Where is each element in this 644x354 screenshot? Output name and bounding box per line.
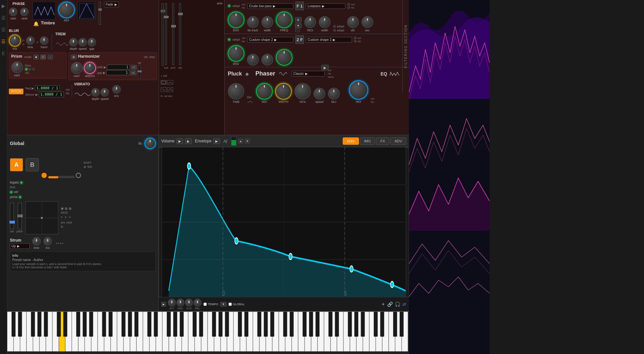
prism-plus-btn[interactable]: + xyxy=(40,55,45,59)
filter2-adapt-led[interactable] xyxy=(228,38,230,41)
strum-time-knob[interactable] xyxy=(32,237,41,246)
wave-shape-1[interactable] xyxy=(161,80,167,85)
harm-grid-btn[interactable]: ⊞ xyxy=(71,55,77,59)
part-b-btn[interactable]: B xyxy=(26,158,39,171)
classic-dropdown[interactable]: Classic ▶ xyxy=(292,71,325,76)
fader-2[interactable] xyxy=(172,3,174,65)
phaser-speed-knob[interactable] xyxy=(313,88,325,100)
fader-3[interactable] xyxy=(179,3,181,65)
phase-rand-knob[interactable] xyxy=(20,8,29,16)
wave-shape-2[interactable] xyxy=(167,80,173,85)
strum-tns-knob[interactable] xyxy=(43,237,52,246)
vol-fader[interactable] xyxy=(162,3,164,66)
harm-amt-knob[interactable] xyxy=(71,62,83,74)
filter1-freq-knob[interactable] xyxy=(276,12,292,28)
vel-led[interactable] xyxy=(10,191,13,193)
env-scrollbar-left[interactable] xyxy=(159,147,162,297)
global-checkbox[interactable] xyxy=(228,303,232,306)
adv-tab[interactable]: ADV xyxy=(390,137,406,145)
crude-low-pass-dropdown[interactable]: Crude low pass ▶ xyxy=(247,3,293,9)
custom-shape-2-dropdown-1[interactable]: Custom shape 2 ▶ xyxy=(247,37,293,43)
pluck-time-knob[interactable] xyxy=(228,83,244,100)
env-icon-1[interactable]: ✦ xyxy=(381,302,385,307)
side-icon-1[interactable]: ☰ xyxy=(1,15,6,20)
blur-time-knob[interactable] xyxy=(26,36,35,45)
vibrato-depth-knob[interactable] xyxy=(91,88,100,97)
global-vol-fader[interactable] xyxy=(10,203,14,229)
env-canvas[interactable]: D S xyxy=(159,147,409,297)
filter-arrow-down[interactable]: ▼ xyxy=(295,23,302,28)
mod-btn-2[interactable] xyxy=(65,207,67,210)
pitch-btn[interactable]: PITCH xyxy=(9,89,23,94)
lowpass-dropdown[interactable]: Lowpass ▶ xyxy=(306,3,345,9)
vibrato-env-knob[interactable] xyxy=(112,85,121,94)
filter2-width-knob[interactable] xyxy=(261,54,273,66)
filter1-env-knob[interactable] xyxy=(228,12,244,28)
piano-svg[interactable] xyxy=(7,312,409,354)
f2-hz-led[interactable] xyxy=(354,40,357,43)
prism-led1[interactable] xyxy=(25,68,28,71)
env-icon-4[interactable]: ⇄ xyxy=(402,302,406,307)
part-slider-track[interactable] xyxy=(48,176,74,178)
blur-mix-knob[interactable] xyxy=(9,35,21,46)
wave-shape-4[interactable] xyxy=(167,87,173,92)
side-icon-2[interactable]: ☰ xyxy=(1,27,6,32)
mix-knob[interactable] xyxy=(58,2,75,18)
wave-shape-3[interactable] xyxy=(161,87,167,92)
harm-str-fader[interactable] xyxy=(138,65,141,78)
custom-shape-2-dropdown-2[interactable]: Custom shape 2 ▶ xyxy=(306,37,352,43)
trem-speed-knob[interactable] xyxy=(78,38,87,46)
prism-led2[interactable] xyxy=(29,68,31,71)
f2-oct-led[interactable] xyxy=(354,37,357,39)
img-tab[interactable]: IMG xyxy=(360,137,375,145)
filter2-kb-knob[interactable] xyxy=(247,54,259,66)
env-icon-2[interactable]: 🔗 xyxy=(387,302,393,307)
mod-btn-3[interactable] xyxy=(69,207,71,210)
filter1-adapt-led[interactable] xyxy=(228,5,230,7)
fader-1[interactable] xyxy=(165,3,167,65)
prism-minus-btn[interactable]: − xyxy=(48,55,53,59)
side-icon-4[interactable]: E xyxy=(2,51,5,56)
filter-arrow-up[interactable]: ▲ xyxy=(295,17,302,22)
phaser-mix-knob[interactable] xyxy=(256,83,273,100)
side-icon-top[interactable]: ▶ xyxy=(2,3,5,9)
env-play-btn[interactable]: ▶ xyxy=(161,302,166,307)
rel-knob[interactable] xyxy=(194,299,201,307)
mod-btn[interactable]: ● xyxy=(61,207,64,210)
fx-tab[interactable]: FX xyxy=(376,137,389,145)
volume-arrow-btn[interactable]: ▶ xyxy=(176,138,183,144)
xy-pad[interactable] xyxy=(25,201,58,234)
global-pitch-fader[interactable] xyxy=(18,203,22,229)
env-down-btn[interactable]: ▼ xyxy=(245,139,250,143)
strum-up-dropdown[interactable]: Up ▶ xyxy=(10,243,30,249)
phaser-width-knob[interactable] xyxy=(275,83,292,100)
dec-knob[interactable] xyxy=(176,299,184,307)
filter1-osc-knob[interactable] xyxy=(362,16,373,28)
env-tab[interactable]: ENV xyxy=(343,137,359,145)
env-options-btn[interactable]: ▼ xyxy=(220,302,227,307)
env-up-btn[interactable]: ▲ xyxy=(238,139,243,143)
lfo-knob[interactable] xyxy=(145,138,156,149)
phaser-kbt-knob[interactable] xyxy=(328,88,340,100)
env-scrollbar-right[interactable] xyxy=(406,147,409,297)
trem-depth-knob[interactable] xyxy=(69,38,78,46)
volume-arrow-btn-2[interactable]: ▶ xyxy=(185,138,192,144)
adapt-led-1[interactable] xyxy=(333,25,336,28)
adapt-led-2[interactable] xyxy=(333,29,336,32)
prism-mode-btn[interactable]: ■ xyxy=(34,55,39,59)
eq-mix-knob[interactable] xyxy=(349,80,368,100)
lowpass-hz-led[interactable] xyxy=(347,6,350,9)
side-icon-3[interactable]: ☰ xyxy=(1,39,6,44)
lowpass-oct-led[interactable] xyxy=(347,3,350,6)
env-icon-3[interactable]: 🎧 xyxy=(395,302,400,307)
prism-led3[interactable] xyxy=(32,68,35,71)
main-fader[interactable] xyxy=(99,2,101,25)
trem-gap-knob[interactable] xyxy=(88,38,96,46)
fade-dropdown[interactable]: Fade ▶ xyxy=(104,2,119,7)
porta-led[interactable] xyxy=(19,196,21,198)
vibrato-speed-knob[interactable] xyxy=(100,88,109,97)
tempo-checkbox[interactable] xyxy=(203,303,207,306)
filter1-width-knob[interactable] xyxy=(261,16,273,28)
filter1-res-knob[interactable] xyxy=(304,16,316,28)
phaser-ofs-knob[interactable] xyxy=(294,83,311,100)
